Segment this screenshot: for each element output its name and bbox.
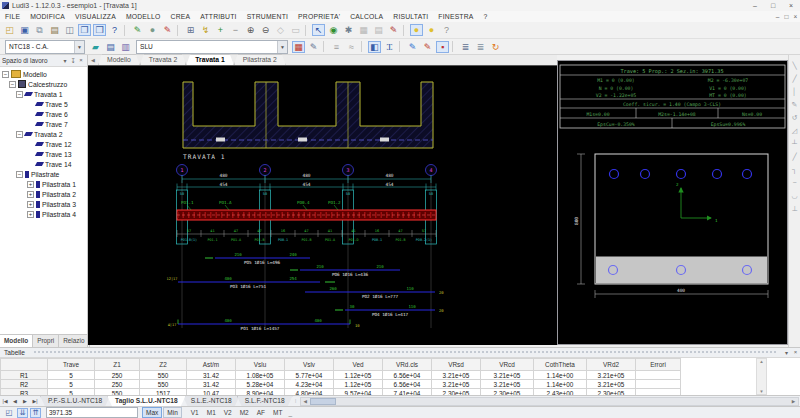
menu-item[interactable]: FILE [0,13,25,20]
grid-column-header[interactable]: VRsd [432,359,481,371]
tree-item[interactable]: − Travata 2 [0,129,87,139]
toolbar-icon[interactable]: ▣ [18,24,31,36]
result-component-toggle[interactable]: M2 [240,409,249,416]
mdi-control-button[interactable]: □ [782,13,791,20]
tool-icon[interactable]: ┴ [790,137,800,150]
toolbar-icon[interactable]: ? [108,24,121,36]
tab-scroll-left-icon[interactable]: ◀ [88,55,98,65]
sheet-tab[interactable]: S.L.E.-NTC18 [183,396,240,407]
panel-header-icon[interactable]: ↧ [69,57,77,64]
scroll-right-icon[interactable]: ▶ [789,399,798,404]
result-component-toggle[interactable]: MT [273,409,282,416]
design-code-combo[interactable]: NTC18 - C.A. ▼ [5,40,85,54]
grid-column-header[interactable]: Trave [48,359,95,371]
tree-expander-icon[interactable]: + [27,211,34,218]
toolbar-icon[interactable]: ≈ [345,41,358,53]
tree-expander-icon[interactable]: − [16,91,23,98]
toolbar-icon[interactable]: ⊖ [259,24,272,36]
tree-expander-icon[interactable]: − [16,171,23,178]
toolbar-icon[interactable]: ? [440,24,453,36]
panel-drag-handle[interactable] [33,350,778,355]
toolbar-icon[interactable]: ❒ [93,24,106,36]
sheet-nav-button[interactable]: |◀ [0,398,10,404]
tree-item[interactable]: Trave 6 [0,109,87,119]
grid-column-header[interactable]: VRd2 [587,359,636,371]
toolbar-icon[interactable]: − [229,24,242,36]
toolbar-icon[interactable]: ↖ [312,24,325,36]
tree-item[interactable]: Trave 5 [0,99,87,109]
toolbar-icon[interactable]: ≣ [459,41,472,53]
toolbar-icon[interactable]: ≣ [474,41,487,53]
sheet-tab[interactable]: Taglio S.L.U.-NTC18 [107,396,186,407]
tree-item[interactable]: − Modello [0,69,87,79]
toolbar-icon[interactable]: ▪ [436,41,449,53]
max-toggle-button[interactable]: Max [142,407,162,418]
menu-item[interactable]: MODIFICA [25,13,70,20]
result-component-toggle[interactable]: V1 [191,409,199,416]
tool-icon[interactable]: ↺ [790,111,800,124]
sheet-tab[interactable]: S.L.F.-NTC18 [237,396,293,407]
grid-column-header[interactable]: Ved [334,359,383,371]
tree-item[interactable]: Trave 13 [0,149,87,159]
section-detail-canvas[interactable]: Trave: 5 Prop.: 2 Sez.in: 3971.35 M1 = 0… [557,60,788,345]
tool-icon[interactable]: │ [790,85,800,98]
tree-expander-icon[interactable]: + [27,201,34,208]
sheet-tab[interactable]: P.F.-S.L.U.-NTC18 [40,396,110,407]
grid-column-header[interactable]: Z1 [95,359,140,371]
tool-icon[interactable]: − [790,176,800,189]
document-tab[interactable]: Modello [98,54,140,65]
sheet-nav-button[interactable]: ◀ [10,398,20,404]
tool-icon[interactable]: ┐ [790,163,800,176]
status-icon[interactable]: ◰ [3,408,15,418]
toolbar-icon[interactable] [305,25,309,36]
min-toggle-button[interactable]: Min [163,407,181,418]
toolbar-icon[interactable]: ▦ [292,41,305,53]
toolbar-icon[interactable]: ✎ [387,24,400,36]
result-component-toggle[interactable]: M1 [207,409,216,416]
toolbar-icon[interactable]: ▤ [372,24,385,36]
toolbar-icon[interactable] [124,25,128,36]
menu-item[interactable]: CALCOLA [345,13,388,20]
toolbar-icon[interactable]: ● [425,24,438,36]
toolbar-icon[interactable]: ◉ [327,24,340,36]
toolbar-icon[interactable]: ↻ [489,41,502,53]
menu-item[interactable]: RISULTATI [388,13,433,20]
toolbar-icon[interactable]: ▦ [357,24,370,36]
grid-column-header[interactable]: VRcd [481,359,534,371]
window-control-button[interactable]: – [746,2,764,9]
toolbar-icon[interactable]: ⊞ [184,24,197,36]
table-row[interactable]: R1 5 250 550 31.42 1.08e+05 5.77e+04 1.1… [1,371,681,380]
toolbar-icon[interactable]: Ɪ [383,41,396,53]
panel-header-icon[interactable]: × [791,349,800,356]
toolbar-icon[interactable]: ✎ [406,41,419,53]
document-tab[interactable]: Travata 1 [186,54,233,65]
menu-item[interactable]: ? [479,13,493,20]
document-tab[interactable]: Pilastrata 2 [234,54,286,65]
toolbar-icon[interactable]: ⧉ [33,24,46,36]
toolbar-icon[interactable] [399,41,403,52]
tool-icon[interactable]: ╱ [790,72,800,85]
tree-item[interactable]: + Pilastrata 4 [0,209,87,219]
toolbar-icon[interactable]: ✱ [342,24,355,36]
tool-icon[interactable]: ╲ [790,59,800,72]
toolbar-icon[interactable]: ✎ [131,24,144,36]
tree-item[interactable]: + Pilastrata 1 [0,179,87,189]
splitter-handle[interactable]: ⁞ [293,398,299,404]
tree-item[interactable]: − Calcestruzzo [0,79,87,89]
combination-combo[interactable]: SLU ▼ [136,40,288,54]
tree-expander-icon[interactable]: − [2,71,9,78]
tool-icon[interactable]: ╱ [790,150,800,163]
section-position-input[interactable] [46,407,138,418]
status-icon[interactable]: ⇈ [30,408,41,418]
tool-icon[interactable]: ◡ [790,189,800,202]
status-icon[interactable]: ⇊ [17,408,28,418]
tree-item[interactable]: − Pilastrate [0,169,87,179]
menu-item[interactable]: STRUMENTI [242,13,293,20]
workspace-tab[interactable]: Modello [0,335,33,347]
horizontal-scrollbar[interactable]: ◀ ▶ [300,397,799,406]
tool-icon[interactable]: ◿ [790,124,800,137]
grid-vertical-scrollbar[interactable]: ▲ ▼ [756,358,767,395]
menu-item[interactable]: MODELLO [121,13,166,20]
grid-column-header[interactable]: Errori [636,359,681,371]
toolbar-icon[interactable]: ◰ [3,24,16,36]
